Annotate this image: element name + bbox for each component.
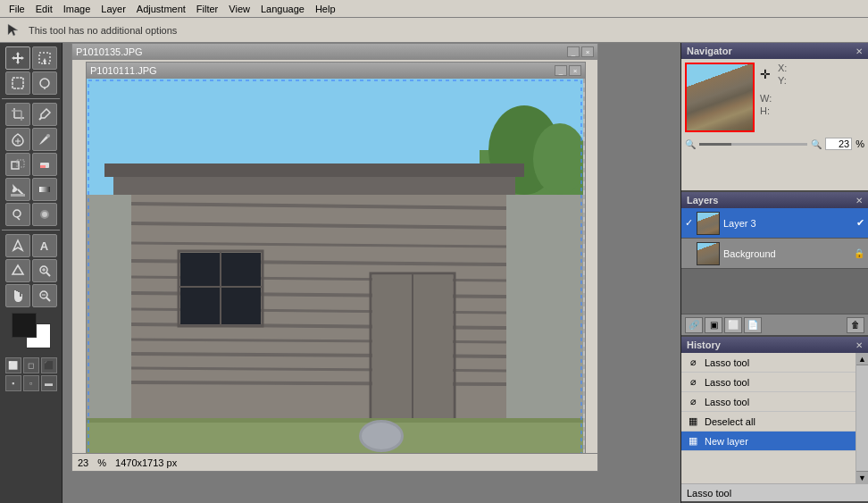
zoom-percent-label: %: [855, 138, 864, 149]
svg-line-27: [46, 272, 50, 276]
layer-check-3: ✔: [856, 217, 864, 229]
zoom-unit: %: [97, 457, 106, 468]
brush-tool[interactable]: [32, 128, 57, 151]
layer-lock-bg: 🔒: [854, 248, 864, 258]
history-icon-3: ▦: [687, 415, 699, 427]
svg-rect-16: [17, 160, 24, 167]
zoom-slider[interactable]: [699, 143, 807, 146]
lasso-tool[interactable]: [32, 71, 57, 95]
selection-tool[interactable]: [32, 46, 57, 70]
doc-close-front[interactable]: ×: [569, 65, 581, 76]
view-zoom-tool[interactable]: [32, 284, 57, 307]
screen-mode[interactable]: ⬛: [41, 357, 57, 373]
layer-row-3[interactable]: ✓ Layer 3 ✔: [681, 208, 868, 239]
menu-help[interactable]: Help: [310, 2, 341, 16]
scrollbar-track: [856, 365, 868, 471]
history-label-0: Lasso tool: [705, 357, 749, 368]
blur-tool[interactable]: [32, 203, 57, 226]
layer-row-bg[interactable]: ✓ Background 🔒: [681, 239, 868, 269]
svg-point-14: [46, 134, 50, 138]
layers-list: ✓ Layer 3 ✔ ✓ Background 🔒: [681, 208, 868, 314]
layer-thumbnail-bg: [697, 242, 720, 265]
mode-2[interactable]: ▪: [5, 375, 21, 391]
scrollbar-down[interactable]: ▼: [856, 471, 868, 483]
navigator-title: Navigator: [687, 46, 732, 56]
svg-line-31: [46, 298, 50, 301]
heal-tool[interactable]: [5, 128, 30, 151]
layers-tb-mask[interactable]: ⬜: [724, 317, 742, 333]
nav-y-label: Y:: [778, 75, 787, 86]
history-label-3: Deselect all: [705, 416, 755, 427]
history-icon-4: ▦: [687, 435, 699, 447]
history-panel: History ✕ ⌀ Lasso tool ⌀ Lasso tool: [681, 337, 868, 501]
zoom-in-icon[interactable]: 🔍: [811, 139, 822, 149]
document-window-back: P1010135.JPG _ × P1010111.JPG _ ×: [71, 43, 598, 472]
zoom-out-icon[interactable]: 🔍: [685, 139, 696, 149]
menu-bar: File Edit Image Layer Adjustment Filter …: [0, 0, 868, 18]
foreground-color-box[interactable]: [12, 313, 37, 338]
dodge-tool[interactable]: [5, 203, 30, 226]
tool-group-7: [5, 203, 57, 226]
crop-tool[interactable]: [5, 103, 30, 126]
menu-filter[interactable]: Filter: [191, 2, 223, 16]
rect-selection-tool[interactable]: [5, 71, 30, 95]
menu-view[interactable]: View: [223, 2, 255, 16]
tool-group-9: [5, 259, 57, 282]
shape-tool[interactable]: [5, 259, 30, 282]
layers-tb-delete[interactable]: 🗑: [847, 317, 864, 333]
menu-edit[interactable]: Edit: [30, 2, 58, 16]
history-row-3[interactable]: ▦ Deselect all: [681, 412, 855, 432]
layers-tb-effects[interactable]: ▣: [705, 317, 722, 333]
nav-thumbnail-image: [687, 64, 753, 130]
tool-group-1: [5, 46, 57, 70]
doc-title-back: P1010135.JPG _ ×: [72, 44, 597, 60]
history-icon-0: ⌀: [687, 356, 699, 368]
menu-file[interactable]: File: [4, 2, 30, 16]
tool-options-bar: This tool has no additional options: [0, 18, 868, 43]
history-scrollbar[interactable]: ▲ ▼: [855, 353, 868, 483]
doc-close-back[interactable]: ×: [581, 46, 594, 57]
doc-minimize-back[interactable]: _: [567, 46, 580, 57]
menu-image[interactable]: Image: [58, 2, 96, 16]
mode-4[interactable]: ▬: [41, 375, 57, 391]
eraser-tool[interactable]: [32, 153, 57, 176]
quick-mask[interactable]: ◻: [23, 357, 39, 373]
svg-point-21: [13, 210, 21, 217]
zoom-tool[interactable]: [32, 259, 57, 282]
current-tool-icon: [5, 21, 23, 39]
right-panels: Navigator ✕ ✛ X:: [680, 43, 868, 503]
fill-tool[interactable]: [5, 178, 30, 201]
history-close[interactable]: ✕: [855, 340, 863, 350]
layer-name-3: Layer 3: [723, 218, 853, 229]
scrollbar-up[interactable]: ▲: [856, 353, 868, 365]
mode-3[interactable]: ▫: [23, 375, 39, 391]
pen-tool[interactable]: [5, 234, 30, 257]
history-row-1[interactable]: ⌀ Lasso tool: [681, 373, 855, 392]
menu-layer[interactable]: Layer: [96, 2, 131, 16]
history-row-0[interactable]: ⌀ Lasso tool: [681, 353, 855, 373]
menu-language[interactable]: Language: [255, 2, 310, 16]
normal-view[interactable]: ⬜: [5, 357, 21, 373]
tool-group-6: [5, 178, 57, 201]
dropper-tool[interactable]: [32, 103, 57, 126]
svg-line-22: [17, 217, 20, 220]
menu-adjustment[interactable]: Adjustment: [131, 2, 191, 16]
text-tool[interactable]: A: [32, 234, 57, 257]
nav-w-label: W:: [760, 93, 772, 104]
layers-tb-link[interactable]: 🔗: [685, 317, 703, 333]
layers-close[interactable]: ✕: [855, 196, 863, 205]
hand-tool[interactable]: [5, 284, 30, 307]
zoom-input[interactable]: [825, 138, 852, 150]
clone-tool[interactable]: [5, 153, 30, 176]
doc-canvas[interactable]: [87, 79, 585, 465]
gradient-tool[interactable]: [32, 178, 57, 201]
doc-minimize-front[interactable]: _: [555, 65, 567, 76]
history-label-1: Lasso tool: [705, 377, 749, 388]
navigator-close[interactable]: ✕: [855, 46, 863, 56]
history-row-2[interactable]: ⌀ Lasso tool: [681, 392, 855, 412]
layers-tb-new[interactable]: 📄: [744, 317, 762, 333]
history-row-4[interactable]: ▦ New layer: [681, 432, 855, 451]
move-tool[interactable]: [5, 46, 30, 70]
history-header: History ✕: [681, 337, 868, 353]
svg-rect-4: [13, 78, 23, 88]
